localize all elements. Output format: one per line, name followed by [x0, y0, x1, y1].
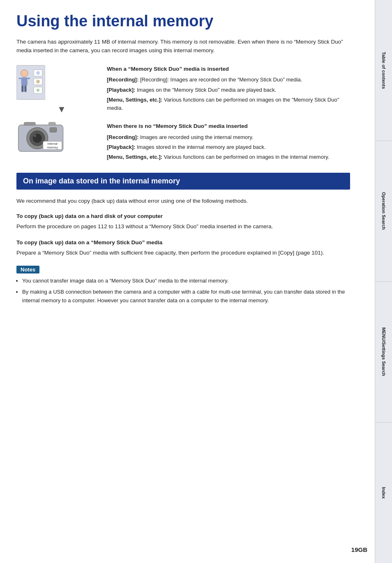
copy-hd-body: Perform the procedure on pages 112 to 11…: [16, 222, 350, 231]
desc-block-1: When a “Memory Stick Duo” media is inser…: [107, 65, 350, 114]
page-number: 19GB: [351, 546, 367, 553]
diagram-section: ▼: [16, 65, 350, 163]
svg-point-16: [33, 134, 42, 143]
down-arrow-icon: ▼: [57, 104, 66, 115]
svg-point-1: [21, 70, 28, 77]
svg-text:Internal: Internal: [47, 141, 58, 145]
section1-recording: [Recording]: [Recording]: Images are rec…: [107, 76, 350, 84]
sidebar-tab-index[interactable]: Index: [375, 423, 392, 563]
notes-label: Notes: [16, 266, 39, 273]
section-banner: On image data stored in the internal mem…: [16, 173, 350, 190]
section2-menu: [Menu, Settings, etc.]: Various function…: [107, 153, 350, 161]
section2-title: When there is no “Memory Stick Duo” medi…: [107, 122, 350, 131]
intro-paragraph: The camera has approximately 11 MB of in…: [16, 38, 350, 55]
svg-rect-6: [27, 77, 30, 79]
sidebar-tab-index-label: Index: [380, 487, 386, 499]
svg-rect-4: [24, 85, 26, 92]
copy-ms-body: Prepare a “Memory Stick Duo” media with …: [16, 249, 350, 257]
page-title: Using the internal memory: [16, 12, 350, 30]
sidebar-tab-operation[interactable]: Operation Search: [375, 141, 392, 282]
section1-playback: [Playback]: Images on the "Memory Stick …: [107, 86, 350, 94]
sidebar-tab-menu-label: MENU/Settings Search: [380, 327, 386, 376]
sidebar-tab-contents[interactable]: Table of contents: [375, 0, 392, 141]
sidebar-tab-operation-label: Operation Search: [380, 192, 386, 230]
svg-text:memory: memory: [47, 146, 58, 149]
person-camera-illustration: [16, 65, 45, 100]
section2-playback: [Playback]: Images stored in the interna…: [107, 143, 350, 151]
copy-ms-title: To copy (back up) data on a “Memory Stic…: [16, 239, 350, 246]
desc-block-2: When there is no “Memory Stick Duo” medi…: [107, 122, 350, 163]
diagram-descriptions: When a “Memory Stick Duo” media is inser…: [107, 65, 350, 163]
diagram-row-bottom: Internal memory: [16, 119, 99, 154]
svg-point-17: [34, 134, 36, 137]
note-item-1: You cannot transfer image data on a “Mem…: [22, 277, 350, 285]
sidebar-tab-menu[interactable]: MENU/Settings Search: [375, 282, 392, 423]
note-item-2: By making a USB connection between the c…: [22, 288, 350, 305]
svg-rect-3: [21, 85, 23, 92]
svg-point-10: [36, 79, 40, 83]
svg-rect-20: [50, 127, 57, 132]
diagram-images: ▼: [16, 65, 107, 163]
sidebar-tab-contents-label: Table of contents: [380, 52, 386, 89]
section2-recording: [Recording]: Images are recorded using t…: [107, 133, 350, 141]
svg-point-12: [37, 88, 39, 91]
section1-title: When a “Memory Stick Duo” media is inser…: [107, 65, 350, 74]
section1-menu: [Menu, Settings, etc.]: Various function…: [107, 96, 350, 112]
diagram-row-top: [16, 65, 99, 100]
camera-illustration: Internal memory: [16, 119, 66, 154]
svg-point-8: [36, 71, 40, 74]
notes-list: You cannot transfer image data on a “Mem…: [16, 277, 350, 305]
svg-rect-5: [18, 77, 21, 79]
sub-intro: We recommend that you copy (back up) dat…: [16, 197, 350, 206]
svg-rect-2: [21, 77, 27, 85]
svg-rect-18: [24, 122, 35, 125]
svg-rect-19: [48, 122, 55, 125]
copy-hd-title: To copy (back up) data on a hard disk of…: [16, 213, 350, 219]
sidebar: Table of contents Operation Search MENU/…: [375, 0, 392, 563]
